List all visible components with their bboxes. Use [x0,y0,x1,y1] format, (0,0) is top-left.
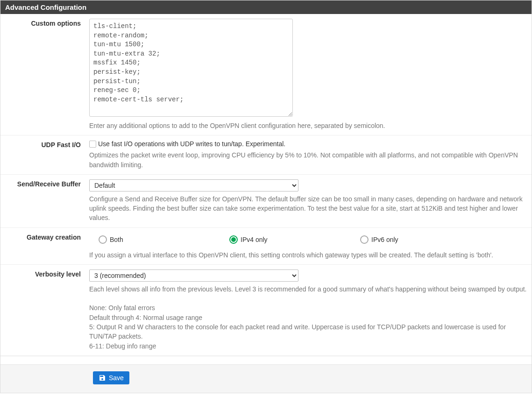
send-receive-buffer-select[interactable]: Default [89,179,298,191]
panel-title: Advanced Configuration [0,0,532,14]
gateway-radio-ipv6-label: IPv6 only [371,236,398,243]
advanced-configuration-panel: Advanced Configuration Custom options En… [0,0,532,393]
gateway-radio-ipv4-input[interactable] [229,235,238,244]
verbosity-help-line: Default through 4: Normal usage range [89,313,527,322]
gateway-creation-label: Gateway creation [5,233,89,260]
gateway-radio-ipv4[interactable]: IPv4 only [229,235,360,244]
udp-fast-io-help: Optimizes the packet write event loop, i… [89,150,527,170]
gateway-radio-ipv6[interactable]: IPv6 only [360,235,398,244]
gateway-radio-both[interactable]: Both [99,235,229,244]
send-receive-buffer-help: Configure a Send and Receive Buffer size… [89,194,527,223]
save-button[interactable]: Save [93,371,129,384]
gateway-radio-both-label: Both [110,236,123,243]
udp-fast-io-label: UDP Fast I/O [5,140,89,170]
gateway-radio-ipv6-input[interactable] [360,235,369,244]
form-footer: Save [0,364,532,393]
custom-options-help: Enter any additional options to add to t… [89,121,527,130]
custom-options-textarea[interactable] [89,19,293,117]
verbosity-level-label: Verbosity level [5,269,89,351]
gateway-radio-both-input[interactable] [99,235,107,244]
save-button-label: Save [109,374,124,382]
udp-fast-io-row: UDP Fast I/O Use fast I/O operations wit… [0,135,532,175]
verbosity-help-line: 5: Output R and W characters to the cons… [89,322,527,341]
custom-options-row: Custom options Enter any additional opti… [0,14,532,135]
save-icon [99,374,106,382]
verbosity-level-help: Each level shows all info from the previ… [89,284,527,351]
gateway-creation-help: If you assign a virtual interface to thi… [89,250,527,260]
verbosity-help-line: None: Only fatal errors [89,303,527,312]
verbosity-help-main: Each level shows all info from the previ… [89,284,527,294]
send-receive-buffer-label: Send/Receive Buffer [5,179,89,223]
custom-options-label: Custom options [5,19,89,130]
spacer-row [0,356,532,364]
gateway-creation-radios: Both IPv4 only IPv6 only [89,235,527,244]
verbosity-level-row: Verbosity level 3 (recommended) Each lev… [0,265,532,356]
verbosity-level-select[interactable]: 3 (recommended) [89,269,298,282]
gateway-creation-row: Gateway creation Both IPv4 only IPv6 onl… [0,228,532,265]
verbosity-help-line: 6-11: Debug info range [89,341,527,351]
udp-fast-io-checkbox-wrapper[interactable]: Use fast I/O operations with UDP writes … [89,140,527,148]
send-receive-buffer-row: Send/Receive Buffer Default Configure a … [0,175,532,228]
gateway-radio-ipv4-label: IPv4 only [241,236,268,243]
udp-fast-io-checkbox[interactable] [89,141,96,148]
udp-fast-io-checkbox-label: Use fast I/O operations with UDP writes … [98,140,285,148]
